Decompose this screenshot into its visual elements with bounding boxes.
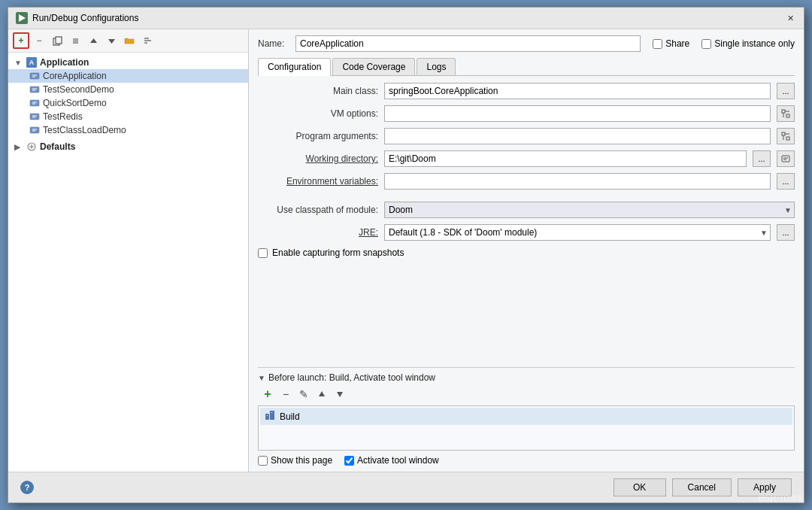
main-class-input[interactable]: [384, 83, 771, 99]
name-row: Name: Share Single instance only: [258, 35, 795, 52]
bottom-row: Show this page Activate tool window: [258, 451, 795, 466]
help-button[interactable]: ?: [20, 481, 34, 494]
show-page-label[interactable]: Show this page: [258, 455, 332, 466]
svg-marker-41: [337, 392, 343, 397]
bl-remove-button[interactable]: −: [277, 386, 294, 402]
activate-window-label[interactable]: Activate tool window: [344, 455, 439, 466]
svg-marker-40: [319, 391, 325, 396]
before-launch-list: Build: [258, 405, 795, 451]
capture-row: Enable capturing form snapshots: [258, 247, 795, 258]
single-instance-checkbox[interactable]: [701, 39, 711, 49]
tab-logs[interactable]: Logs: [417, 58, 456, 75]
program-args-input[interactable]: [384, 128, 771, 144]
working-dir-input[interactable]: [384, 150, 747, 167]
expand-arrow: ▶: [14, 143, 23, 151]
tree-item-label: QuickSortDemo: [43, 98, 107, 108]
tree-item-quicksortdemo[interactable]: QuickSortDemo: [8, 96, 248, 110]
ok-button[interactable]: OK: [614, 478, 666, 496]
vm-options-label: VM options:: [258, 108, 378, 119]
right-panel: Name: Share Single instance only Configu…: [249, 29, 804, 472]
close-button[interactable]: ✕: [784, 12, 796, 24]
watermark: @51CTO博客: [758, 493, 804, 504]
single-instance-checkbox-label[interactable]: Single instance only: [701, 38, 795, 49]
share-checkbox-label[interactable]: Share: [653, 38, 689, 49]
name-label: Name:: [258, 38, 295, 49]
vm-options-input[interactable]: [384, 105, 771, 122]
tree-group-application[interactable]: ▼ A Application: [8, 56, 248, 69]
svg-marker-7: [108, 39, 115, 44]
capture-checkbox[interactable]: [258, 248, 268, 258]
cancel-button[interactable]: Cancel: [672, 478, 732, 496]
bl-build-item[interactable]: Build: [260, 408, 792, 425]
svg-rect-17: [30, 100, 39, 106]
config-tabs: Configuration Code Coverage Logs: [258, 58, 795, 76]
folder-button[interactable]: [121, 32, 138, 49]
env-vars-input[interactable]: [384, 173, 771, 190]
app-icon: [29, 98, 40, 108]
activate-window-checkbox[interactable]: [344, 456, 354, 466]
program-args-label: Program arguments:: [258, 131, 378, 141]
working-dir-var-button[interactable]: [777, 150, 795, 167]
tree-item-testredis[interactable]: TestRedis: [8, 110, 248, 123]
tab-configuration[interactable]: Configuration: [258, 58, 331, 76]
env-vars-browse-button[interactable]: ...: [777, 173, 795, 190]
svg-marker-6: [90, 38, 97, 43]
tree-group-defaults[interactable]: ▶ Defaults: [8, 140, 248, 153]
main-class-browse-button[interactable]: ...: [777, 83, 795, 99]
svg-rect-11: [30, 73, 39, 79]
main-class-row: Main class: ...: [258, 82, 795, 100]
footer-left: ?: [20, 481, 607, 494]
jre-browse-button[interactable]: ...: [777, 224, 795, 241]
bl-build-label: Build: [280, 411, 300, 422]
configuration-panel: Main class: ... VM options: Program argu…: [258, 82, 795, 355]
jre-label: JRE:: [258, 227, 378, 238]
svg-rect-43: [270, 411, 274, 420]
capture-label: Enable capturing form snapshots: [272, 247, 404, 258]
sort-button[interactable]: [139, 32, 156, 49]
before-launch-arrow: ▼: [258, 374, 265, 382]
svg-rect-2: [56, 37, 62, 44]
env-vars-row: Environment variables: ...: [258, 172, 795, 190]
svg-rect-44: [267, 415, 268, 416]
program-args-expand-button[interactable]: [777, 128, 795, 144]
dialog-icon: [16, 12, 28, 24]
svg-rect-37: [782, 156, 789, 162]
build-icon: [265, 410, 275, 423]
tab-code-coverage[interactable]: Code Coverage: [332, 58, 415, 75]
app-icon: [29, 111, 40, 122]
activate-window-text: Activate tool window: [357, 455, 439, 466]
classpath-select-wrapper: Doom ▼: [384, 202, 795, 218]
vm-options-row: VM options:: [258, 105, 795, 123]
jre-select[interactable]: Default (1.8 - SDK of 'Doom' module): [384, 224, 771, 241]
bl-down-button[interactable]: [332, 386, 348, 402]
copy-button[interactable]: [49, 32, 65, 49]
bl-edit-button[interactable]: ✎: [295, 386, 312, 402]
remove-button[interactable]: −: [31, 32, 47, 49]
vm-options-expand-button[interactable]: [777, 105, 795, 122]
tree-item-testseconddemo[interactable]: TestSecondDemo: [8, 83, 248, 96]
tree-group-label: Application: [40, 57, 89, 68]
tree-item-coreapplication[interactable]: CoreApplication: [8, 69, 248, 83]
move-button[interactable]: [67, 32, 83, 49]
expand-arrow: ▼: [14, 59, 23, 67]
move-up-button[interactable]: [85, 32, 102, 49]
show-page-checkbox[interactable]: [258, 456, 268, 466]
dialog-body: + −: [8, 29, 804, 472]
working-dir-label: Working directory:: [258, 153, 378, 164]
dialog-footer: ? OK Cancel Apply: [8, 472, 804, 502]
before-launch-section: ▼ Before launch: Build, Activate tool wi…: [258, 358, 795, 466]
bl-add-button[interactable]: +: [259, 386, 276, 402]
svg-rect-33: [782, 132, 785, 135]
tree-item-testclassloaddemo[interactable]: TestClassLoadDemo: [8, 123, 248, 137]
section-divider: [258, 367, 795, 368]
svg-rect-34: [786, 137, 789, 140]
name-input[interactable]: [295, 35, 641, 52]
capture-checkbox-label[interactable]: Enable capturing form snapshots: [258, 247, 404, 258]
defaults-icon: [26, 141, 37, 152]
classpath-select[interactable]: Doom: [384, 202, 795, 218]
add-button[interactable]: +: [13, 32, 29, 49]
working-dir-browse-button[interactable]: ...: [753, 150, 771, 167]
bl-up-button[interactable]: [314, 386, 330, 402]
share-checkbox[interactable]: [653, 39, 662, 49]
move-down-button[interactable]: [103, 32, 120, 49]
